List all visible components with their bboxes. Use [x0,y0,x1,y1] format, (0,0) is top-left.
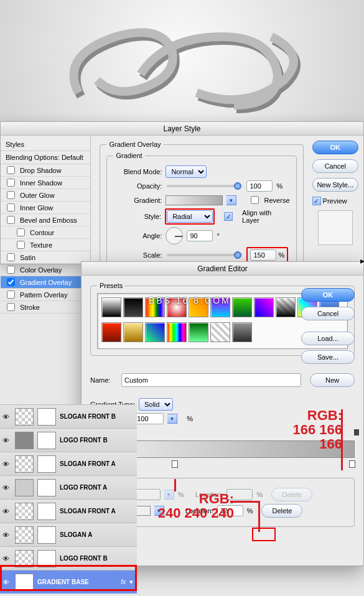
opacity-stop-right[interactable] [354,429,359,435]
effect-pattern-overlay[interactable]: Pattern Overlay [1,289,90,301]
new-style-button[interactable]: New Style... [312,178,358,192]
stop-color-dd-icon[interactable]: ▾ [154,506,164,516]
preset-swatch[interactable] [232,297,252,317]
preset-swatch[interactable] [101,322,121,342]
color-stop-left[interactable] [172,460,178,468]
style-select[interactable]: Radial [167,210,213,223]
fx-chevron-icon[interactable]: ▾ [129,578,133,586]
effect-contour[interactable]: Contour [1,226,90,239]
styles-header[interactable]: Styles [1,138,90,151]
preset-swatch[interactable] [254,297,274,317]
name-label: Name: [90,376,118,384]
visibility-icon[interactable]: 👁 [0,437,11,444]
effect-stroke[interactable]: Stroke [1,301,90,314]
layer-row[interactable]: 👁SLOGAN FRONT A [0,452,137,475]
gradient-label: Gradient: [113,197,162,204]
layer-mask [37,503,56,520]
ge-ok-button[interactable]: OK [301,288,355,302]
effect-outer-glow[interactable]: Outer Glow [1,189,90,202]
chk-satin[interactable] [7,253,15,261]
preset-swatch[interactable] [101,297,121,317]
visibility-icon[interactable]: 👁 [0,508,11,515]
effect-satin[interactable]: Satin [1,251,90,264]
visibility-icon[interactable]: 👁 [0,460,11,468]
align-checkbox[interactable]: ✓ [224,212,233,221]
preview-checkbox[interactable]: ✓ [312,197,321,205]
ge-cancel-button[interactable]: Cancel [301,307,355,320]
chk-inner-glow[interactable] [7,203,15,212]
presets-menu-icon[interactable]: ▸ [360,256,364,266]
preset-swatch[interactable] [123,297,143,317]
scale-value[interactable] [250,249,276,261]
chk-contour[interactable] [17,228,25,236]
reverse-checkbox[interactable] [251,196,259,204]
gradient-name-input[interactable] [121,373,301,387]
preset-swatch[interactable] [145,322,165,342]
preset-swatch[interactable] [167,322,187,342]
preset-swatch[interactable] [123,322,143,342]
cancel-button[interactable]: Cancel [312,159,358,173]
visibility-icon[interactable]: 👁 [0,555,11,562]
gradient-type-select[interactable]: Solid [139,398,173,411]
layers-panel: 👁SLOGAN FRONT B 👁LOGO FRONT B 👁SLOGAN FR… [0,404,137,594]
layer-mask [37,455,56,473]
chk-inner-shadow[interactable] [7,179,15,187]
preset-swatch[interactable] [232,322,252,342]
ge-save-button[interactable]: Save... [301,350,355,364]
effect-color-overlay[interactable]: Color Overlay [1,264,90,276]
color-stop-right[interactable] [349,460,355,468]
layer-row[interactable]: 👁LOGO FRONT A [0,475,137,499]
gradient-inner-group: Gradient Blend Mode: Normal Opacity: % G… [106,152,296,272]
preset-swatch[interactable] [276,297,296,317]
effect-texture[interactable]: Texture [1,239,90,251]
fx-badge[interactable]: fx [121,579,126,585]
layer-row[interactable]: 👁SLOGAN A [0,523,137,546]
blend-mode-select[interactable]: Normal [166,165,207,178]
chk-gradient-overlay[interactable] [7,278,15,286]
layer-mask [37,526,56,544]
blending-options-default[interactable]: Blending Options: Default [1,151,90,164]
opacity-value[interactable] [246,180,273,192]
gradient-editor-title: Gradient Editor [82,262,363,276]
layer-row[interactable]: 👁LOGO FRONT B [0,546,137,570]
ge-new-button[interactable]: New [310,373,355,387]
effect-bevel[interactable]: Bevel and Emboss [1,214,90,226]
visibility-icon[interactable]: 👁 [0,484,11,491]
gradient-dropdown-icon[interactable]: ▾ [226,195,236,205]
preset-swatch[interactable] [210,322,230,342]
visibility-icon[interactable]: 👁 [0,413,11,421]
document-canvas [0,0,364,121]
visibility-icon[interactable]: 👁 [0,579,11,586]
scale-slider[interactable] [167,254,241,256]
visibility-icon[interactable]: 👁 [0,531,11,539]
chk-stroke[interactable] [7,303,15,311]
chk-drop-shadow[interactable] [7,166,15,174]
effect-gradient-overlay[interactable]: Gradient Overlay [1,276,90,289]
stop-opacity-percent: % [178,491,184,498]
smoothness-dropdown-icon[interactable]: ▾ [167,414,177,424]
stop-color-location[interactable] [217,505,243,516]
chk-texture[interactable] [17,241,25,249]
layer-row[interactable]: 👁SLOGAN FRONT B [0,404,137,428]
gradient-preview[interactable] [166,195,223,205]
chk-color-overlay[interactable] [7,266,15,274]
gradient-inner-legend: Gradient [113,152,144,159]
chk-bevel[interactable] [7,216,15,224]
effect-drop-shadow[interactable]: Drop Shadow [1,164,90,177]
preset-swatch[interactable] [189,322,208,342]
angle-value[interactable] [187,230,213,241]
ok-button[interactable]: OK [312,141,358,154]
effect-inner-glow[interactable]: Inner Glow [1,202,90,214]
layer-row-selected[interactable]: 👁GRADIENT BASEfx▾ [0,570,137,594]
smoothness-value[interactable] [134,413,164,424]
stop-color-loc-percent: % [247,507,253,515]
chk-outer-glow[interactable] [7,191,15,199]
layer-row[interactable]: 👁LOGO FRONT B [0,428,137,452]
effect-inner-shadow[interactable]: Inner Shadow [1,177,90,189]
ge-load-button[interactable]: Load... [301,332,355,345]
stop-color-delete[interactable]: Delete [261,504,302,518]
angle-wheel[interactable] [166,227,183,244]
opacity-slider[interactable] [167,185,241,187]
chk-pattern-overlay[interactable] [7,291,15,299]
layer-row[interactable]: 👁SLOGAN FRONT A [0,499,137,523]
